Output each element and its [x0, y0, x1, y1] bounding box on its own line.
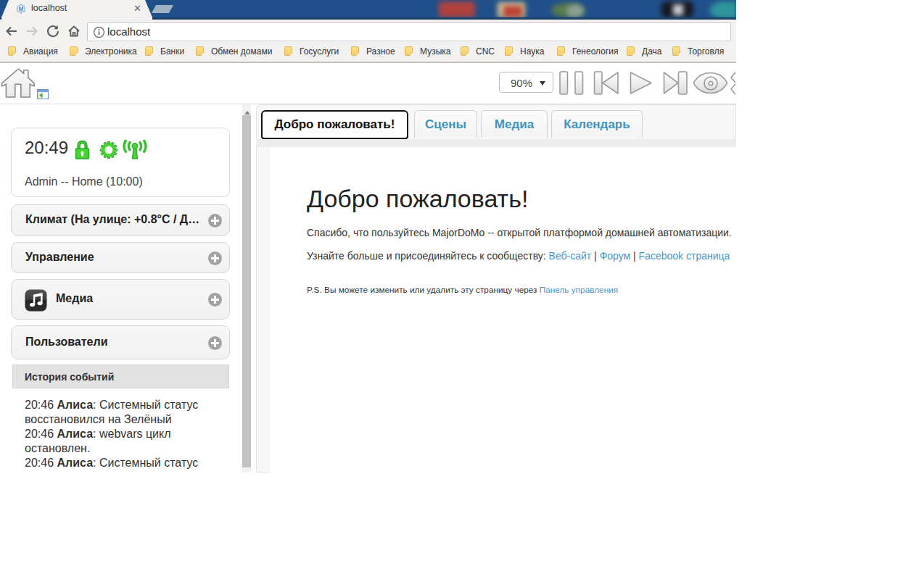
svg-text:M: M — [18, 5, 23, 12]
